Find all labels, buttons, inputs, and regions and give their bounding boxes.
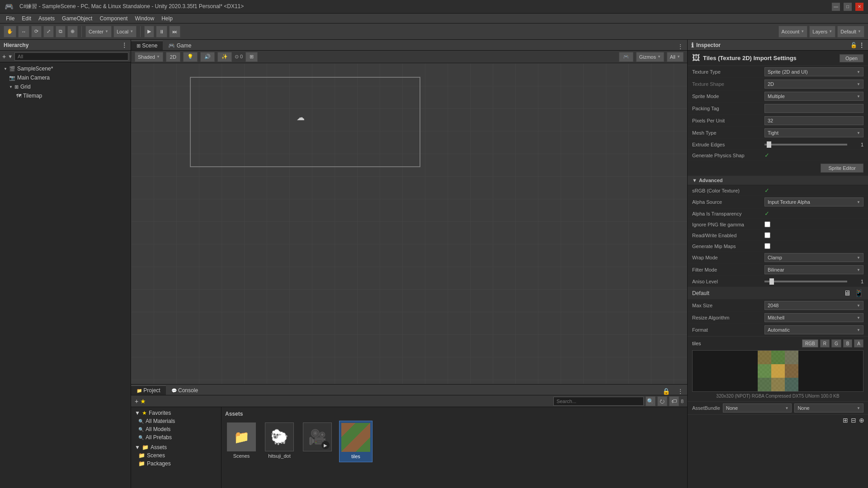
sprite-mode-dropdown[interactable]: Multiple ▼ — [764, 92, 863, 101]
pivot-local-dropdown[interactable]: Local ▼ — [113, 26, 137, 38]
step-button[interactable]: ⏭ — [169, 26, 180, 38]
texture-type-dropdown[interactable]: Sprite (2D and UI) ▼ — [764, 67, 863, 76]
rect-tool-button[interactable]: ⧉ — [56, 26, 66, 38]
menu-gameobject[interactable]: GameObject — [58, 14, 96, 23]
menu-edit[interactable]: Edit — [18, 14, 35, 23]
asset-scenes[interactable]: 📁 Scenes — [225, 421, 258, 462]
mipmaps-checkbox[interactable] — [764, 243, 770, 249]
close-button[interactable]: ✕ — [855, 3, 863, 11]
lighting-button[interactable]: 💡 — [183, 52, 198, 62]
transform-tool-button[interactable]: ⊕ — [67, 26, 78, 38]
pause-button[interactable]: ⏸ — [156, 26, 167, 38]
texture-shape-dropdown[interactable]: 2D ▼ — [764, 80, 863, 89]
inspector-tool-2-icon[interactable]: ⊟ — [851, 417, 856, 424]
scene-options-button[interactable]: ⋮ — [674, 43, 687, 50]
rotate-tool-button[interactable]: ⟳ — [31, 26, 42, 38]
search-filter-button[interactable]: 🔍 — [646, 396, 656, 406]
account-dropdown[interactable]: Account ▼ — [778, 26, 808, 38]
minimize-button[interactable]: — — [832, 3, 840, 11]
grid-options-button[interactable]: ⊞ — [245, 52, 258, 62]
scale-tool-button[interactable]: ⤢ — [43, 26, 54, 38]
hand-tool-button[interactable]: ✋ — [4, 26, 16, 38]
hierarchy-options-button[interactable]: ⋮ — [122, 42, 127, 48]
sprite-editor-button[interactable]: Sprite Editor — [821, 164, 863, 173]
search-label-button[interactable]: 🏷 — [669, 396, 679, 406]
monitor-platform-icon[interactable]: 🖥 — [844, 289, 851, 297]
project-all-prefabs[interactable]: 🔍 All Prefabs — [131, 433, 221, 441]
readwrite-checkbox[interactable] — [764, 232, 770, 238]
menu-file[interactable]: File — [2, 14, 18, 23]
project-all-models[interactable]: 🔍 All Models — [131, 425, 221, 433]
channel-rgb-button[interactable]: RGB — [802, 339, 818, 347]
channel-a-button[interactable]: A — [854, 339, 863, 347]
play-button[interactable]: ▶ — [144, 26, 154, 38]
hierarchy-add-button[interactable]: + — [2, 53, 6, 60]
inspector-lock-icon[interactable]: 🔓 — [850, 42, 857, 48]
pivot-center-dropdown[interactable]: Center ▼ — [85, 26, 112, 38]
asset-video[interactable]: ▶ 🎥 — [301, 421, 334, 462]
mesh-type-dropdown[interactable]: Tight ▼ — [764, 128, 863, 137]
ignore-png-checkbox[interactable] — [764, 221, 770, 227]
inspector-tool-3-icon[interactable]: ⊕ — [859, 417, 864, 424]
audio-button[interactable]: 🔊 — [200, 52, 215, 62]
hierarchy-item-samplescene[interactable]: ▼ 🎬 SampleScene* — [0, 64, 131, 73]
project-search-input[interactable] — [553, 397, 644, 406]
search-type-button[interactable]: ⭮ — [657, 396, 667, 406]
move-tool-button[interactable]: ↔ — [18, 26, 29, 38]
project-packages-folder[interactable]: 📁 Packages — [131, 460, 221, 468]
gizmos-dropdown[interactable]: Gizmos ▼ — [636, 52, 664, 62]
filter-mode-dropdown[interactable]: Bilinear ▼ — [764, 265, 863, 274]
scene-viewport[interactable]: ☁ — [131, 63, 687, 384]
inspector-tool-1-icon[interactable]: ⊞ — [843, 417, 848, 424]
project-options-button[interactable]: ⋮ — [674, 388, 687, 395]
wrap-mode-dropdown[interactable]: Clamp ▼ — [764, 253, 863, 262]
menu-assets[interactable]: Assets — [35, 14, 58, 23]
asset-tiles[interactable]: tiles — [339, 421, 373, 462]
menu-help[interactable]: Help — [158, 14, 176, 23]
window-controls[interactable]: — □ ✕ — [832, 3, 863, 11]
assetbundle-dropdown[interactable]: None ▼ — [723, 404, 792, 413]
open-button[interactable]: Open — [840, 54, 863, 62]
assetbundle-variant-dropdown[interactable]: None ▼ — [794, 404, 863, 413]
channel-b-button[interactable]: B — [843, 339, 853, 347]
hierarchy-search-input[interactable] — [14, 52, 128, 61]
scene-camera-button[interactable]: 🎮 — [619, 52, 633, 62]
project-favorite-button[interactable]: ★ — [140, 398, 146, 405]
shading-mode-dropdown[interactable]: Shaded ▼ — [135, 52, 163, 62]
maximize-button[interactable]: □ — [844, 3, 852, 11]
tab-project[interactable]: 📁 Project — [131, 385, 166, 395]
2d-mode-button[interactable]: 2D — [166, 52, 180, 62]
hierarchy-filter-button[interactable]: ▼ — [8, 54, 13, 59]
scene-all-dropdown[interactable]: All ▼ — [667, 52, 684, 62]
favorites-header[interactable]: ▼ ★ Favorites — [131, 409, 221, 417]
asset-hitsuji-dot[interactable]: 🐑 hitsuji_dot — [263, 421, 296, 462]
max-size-dropdown[interactable]: 2048 ▼ — [764, 301, 863, 310]
layout-dropdown[interactable]: Default ▼ — [837, 26, 864, 38]
menu-window[interactable]: Window — [131, 14, 158, 23]
format-dropdown[interactable]: Automatic ▼ — [764, 325, 863, 334]
extrude-edges-slider[interactable] — [764, 144, 847, 145]
aniso-slider[interactable] — [764, 281, 847, 282]
inspector-options-button[interactable]: ⋮ — [859, 42, 864, 48]
tab-console[interactable]: 💬 Console — [166, 386, 203, 395]
resize-algo-dropdown[interactable]: Mitchell ▼ — [764, 313, 863, 322]
android-platform-icon[interactable]: 📱 — [854, 289, 863, 297]
project-lock-button[interactable]: 🔒 — [659, 388, 674, 395]
advanced-section-header[interactable]: ▼ Advanced — [688, 176, 868, 185]
channel-r-button[interactable]: R — [820, 339, 830, 347]
hierarchy-item-maincamera[interactable]: 📷 Main Camera — [0, 73, 131, 82]
tab-game[interactable]: 🎮 Game — [163, 41, 197, 50]
pixels-per-unit-input[interactable] — [764, 116, 863, 125]
alpha-source-dropdown[interactable]: Input Texture Alpha ▼ — [764, 197, 863, 206]
project-all-materials[interactable]: 🔍 All Materials — [131, 417, 221, 425]
tab-scene[interactable]: ⊞ Scene — [131, 41, 163, 50]
packing-tag-input[interactable] — [764, 104, 863, 113]
hierarchy-item-tilemap[interactable]: 🗺 Tilemap — [0, 91, 131, 100]
project-scenes-folder[interactable]: 📁 Scenes — [131, 451, 221, 460]
assets-tree-header[interactable]: ▼ 📁 Assets — [131, 443, 221, 451]
hierarchy-item-grid[interactable]: ▼ ⊞ Grid — [0, 82, 131, 91]
channel-g-button[interactable]: G — [831, 339, 841, 347]
project-add-button[interactable]: + — [135, 398, 138, 405]
menu-component[interactable]: Component — [96, 14, 131, 23]
fx-button[interactable]: ✨ — [217, 52, 232, 62]
